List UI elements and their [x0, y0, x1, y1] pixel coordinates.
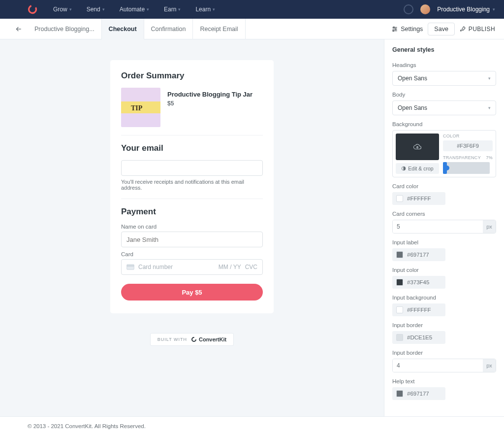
built-with-prefix: BUILT WITH: [158, 337, 187, 342]
checkout-card: Order Summary Productive Blogging Tip Ja…: [110, 60, 274, 313]
built-with-badge[interactable]: BUILT WITH ConvertKit: [150, 333, 234, 346]
card-label: Card: [121, 251, 263, 257]
publish-button[interactable]: PUBLISH: [460, 26, 495, 33]
built-with-brand: ConvertKit: [199, 336, 226, 342]
edit-crop-button[interactable]: Edit & crop: [396, 163, 439, 174]
nav-left: Grow▾ Send▾ Automate▾ Earn▾ Learn▾: [53, 6, 215, 13]
tab-receipt-email[interactable]: Receipt Email: [193, 19, 245, 39]
your-email-title: Your email: [121, 143, 263, 153]
email-input[interactable]: [121, 160, 263, 176]
headings-select[interactable]: Open Sans▾: [392, 71, 496, 86]
card-corners-input[interactable]: px: [392, 220, 496, 234]
name-on-card-input[interactable]: [121, 232, 263, 247]
svg-point-4: [393, 27, 394, 28]
convertkit-icon: [191, 336, 197, 342]
background-label: Background: [392, 121, 496, 127]
input-border-radius-label: Input border: [392, 350, 496, 356]
cloud-upload-icon: [413, 142, 422, 151]
card-input[interactable]: Card number MM / YY CVC: [121, 259, 263, 275]
svg-point-0: [28, 4, 37, 14]
rocket-icon: [460, 26, 466, 32]
style-panel: General styles Headings Open Sans▾ Body …: [384, 39, 504, 416]
bg-transparency-value: 7%: [486, 155, 493, 160]
input-label-color[interactable]: #697177: [392, 248, 445, 261]
panel-title: General styles: [392, 46, 496, 53]
nav-item-grow[interactable]: Grow▾: [53, 6, 72, 13]
email-help-text: You'll receive receipts and notification…: [121, 179, 263, 191]
settings-button[interactable]: Settings: [391, 26, 423, 33]
bg-color-value[interactable]: #F3F6F9: [443, 140, 493, 151]
card-color-label: Card color: [392, 183, 496, 189]
bg-transparency-label: TRANSPARENCY: [443, 155, 481, 160]
card-corners-label: Card corners: [392, 211, 496, 217]
card-icon: [126, 264, 134, 270]
product-price: $5: [167, 100, 252, 107]
help-text-label: Help text: [392, 378, 496, 384]
svg-rect-8: [127, 266, 134, 267]
transparency-slider[interactable]: [443, 162, 490, 174]
body-select[interactable]: Open Sans▾: [392, 100, 496, 115]
order-summary-title: Order Summary: [121, 71, 263, 81]
background-box: Edit & crop COLOR #F3F6F9 TRANSPARENCY 7…: [392, 130, 496, 177]
help-text-color[interactable]: #697177: [392, 387, 445, 400]
avatar[interactable]: [420, 4, 430, 14]
input-border-label: Input border: [392, 322, 496, 328]
input-color-label: Input color: [392, 267, 496, 273]
product-thumbnail: [121, 88, 160, 127]
nav-item-learn[interactable]: Learn▾: [195, 6, 215, 13]
save-button[interactable]: Save: [428, 23, 455, 35]
tabs: Checkout Confirmation Receipt Email: [101, 19, 246, 39]
background-upload[interactable]: [396, 134, 439, 160]
product-title: Productive Blogging Tip Jar: [167, 91, 252, 98]
name-on-card-label: Name on card: [121, 224, 263, 230]
payment-title: Payment: [121, 207, 263, 217]
svg-point-6: [393, 30, 394, 31]
input-label-label: Input label: [392, 239, 496, 245]
input-bg-label: Input background: [392, 295, 496, 301]
pay-button[interactable]: Pay $5: [121, 284, 263, 301]
svg-point-5: [395, 28, 396, 29]
account-menu[interactable]: Productive Blogging▾: [437, 6, 495, 13]
search-icon[interactable]: [404, 4, 413, 14]
input-color-input[interactable]: #373F45: [392, 276, 445, 289]
svg-rect-7: [127, 265, 134, 270]
nav-item-earn[interactable]: Earn▾: [164, 6, 181, 13]
body-label: Body: [392, 92, 496, 98]
breadcrumb[interactable]: Productive Blogging...: [29, 26, 100, 33]
nav-item-automate[interactable]: Automate▾: [120, 6, 149, 13]
nav-item-send[interactable]: Send▾: [87, 6, 105, 13]
input-bg-input[interactable]: #FFFFFF: [392, 303, 445, 316]
headings-label: Headings: [392, 62, 496, 68]
tab-checkout[interactable]: Checkout: [101, 19, 144, 39]
tab-confirmation[interactable]: Confirmation: [144, 19, 193, 39]
input-border-color[interactable]: #DCE1E5: [392, 331, 445, 344]
card-color-input[interactable]: #FFFFFF: [392, 192, 445, 205]
input-border-radius-input[interactable]: px: [392, 359, 496, 372]
footer: © 2013 - 2021 ConvertKit. All Rights Res…: [0, 416, 504, 435]
contrast-icon: [401, 166, 406, 171]
logo[interactable]: [28, 4, 37, 14]
svg-point-9: [192, 337, 196, 341]
back-arrow-icon[interactable]: [14, 24, 24, 34]
bg-color-label: COLOR: [443, 134, 493, 138]
sliders-icon: [391, 26, 398, 33]
